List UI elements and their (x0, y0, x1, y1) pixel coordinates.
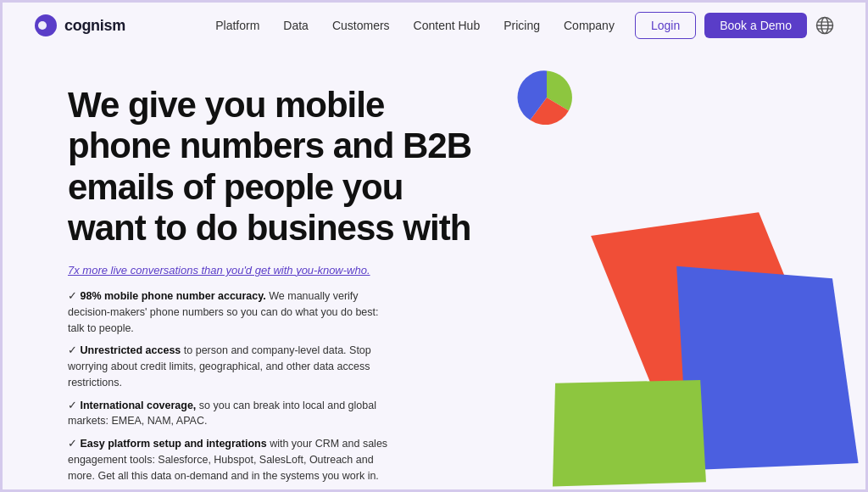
pie-chart-svg (517, 68, 576, 127)
feature-item-2: ✓ Unrestricted access to person and comp… (68, 343, 390, 390)
nav-link-content-hub[interactable]: Content Hub (414, 19, 481, 32)
hero-subtitle-prefix: 7x more live conversations than you'd ge… (68, 264, 296, 277)
nav-link-customers[interactable]: Customers (332, 19, 390, 32)
book-demo-button[interactable]: Book a Demo (704, 13, 807, 38)
nav-link-company[interactable]: Company (564, 19, 615, 32)
feature-1-bold: 98% mobile phone number accuracy. (80, 290, 265, 302)
feature-list: ✓ 98% mobile phone number accuracy. We m… (68, 288, 475, 484)
feature-4-bold: Easy platform setup and integrations (80, 438, 266, 450)
logo-icon (34, 14, 58, 37)
svg-point-1 (38, 21, 47, 30)
logo[interactable]: cognism (34, 14, 125, 37)
feature-item-3: ✓ International coverage, so you can bre… (68, 398, 390, 430)
nav-actions: Login Book a Demo (635, 12, 834, 39)
globe-icon[interactable] (815, 16, 834, 35)
feature-item-1: ✓ 98% mobile phone number accuracy. We m… (68, 288, 390, 336)
hero-left: We give you mobile phone numbers and B2B… (68, 76, 475, 492)
hero-right (475, 76, 834, 492)
feature-2-bold: Unrestricted access (80, 344, 181, 356)
svg-marker-9 (538, 363, 715, 492)
geo-shape-svg (537, 204, 860, 492)
nav-link-data[interactable]: Data (283, 19, 309, 32)
login-button[interactable]: Login (635, 12, 696, 39)
hero-subtitle-italic: you-know-who. (296, 264, 370, 277)
feature-3-bold: International coverage, (80, 400, 196, 411)
hero-title: We give you mobile phone numbers and B2B… (68, 85, 475, 249)
logo-text: cognism (64, 17, 125, 35)
nav-link-pricing[interactable]: Pricing (504, 19, 540, 32)
feature-item-4: ✓ Easy platform setup and integrations w… (68, 436, 390, 484)
hero-subtitle: 7x more live conversations than you'd ge… (68, 264, 475, 277)
nav-links: Platform Data Customers Content Hub Pric… (215, 19, 615, 32)
hero-section: We give you mobile phone numbers and B2B… (0, 51, 868, 492)
pie-chart-small (517, 68, 576, 127)
navbar: cognism Platform Data Customers Content … (0, 0, 868, 51)
nav-link-platform[interactable]: Platform (215, 19, 259, 32)
geo-shape-large (537, 204, 860, 492)
